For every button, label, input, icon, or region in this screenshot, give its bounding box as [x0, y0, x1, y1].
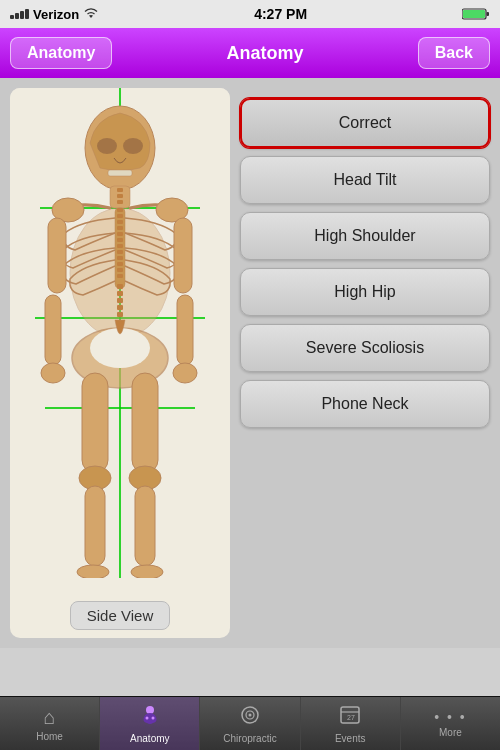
svg-rect-35: [117, 305, 123, 310]
svg-rect-27: [117, 262, 123, 266]
svg-rect-21: [117, 226, 123, 230]
posture-btn-high-hip[interactable]: High Hip: [240, 268, 490, 316]
signal-bar-4: [25, 9, 29, 19]
svg-point-54: [145, 716, 148, 719]
svg-rect-24: [117, 244, 123, 248]
svg-rect-2: [486, 12, 489, 16]
tab-chiropractic[interactable]: Chiropractic: [200, 697, 300, 750]
svg-point-53: [146, 706, 154, 714]
svg-rect-1: [463, 10, 485, 18]
header-title: Anatomy: [227, 43, 304, 64]
svg-rect-13: [117, 188, 123, 192]
signal-bar-2: [15, 13, 19, 19]
svg-rect-40: [45, 295, 61, 365]
buttons-panel: CorrectHead TiltHigh ShoulderHigh HipSev…: [240, 88, 490, 638]
signal-bar-3: [20, 11, 24, 19]
svg-rect-45: [82, 373, 108, 473]
more-icon: • • •: [434, 709, 466, 725]
skeleton-container: [10, 88, 230, 595]
anatomy-button[interactable]: Anatomy: [10, 37, 112, 69]
side-view-label[interactable]: Side View: [70, 601, 170, 630]
signal-bars: [10, 9, 29, 19]
wifi-icon: [83, 8, 99, 20]
svg-point-10: [123, 138, 143, 154]
status-time: 4:27 PM: [254, 6, 307, 22]
svg-rect-20: [117, 220, 123, 224]
battery-icon: [462, 7, 490, 21]
tab-bar: ⌂HomeAnatomyChiropractic27Events• • •Mor…: [0, 696, 500, 750]
more-label: More: [439, 727, 462, 738]
signal-bar-1: [10, 15, 14, 19]
svg-rect-43: [177, 295, 193, 365]
svg-rect-29: [117, 274, 123, 278]
posture-btn-correct[interactable]: Correct: [240, 98, 490, 148]
chiropractic-icon: [239, 704, 261, 731]
home-label: Home: [36, 731, 63, 742]
tab-more[interactable]: • • •More: [401, 697, 500, 750]
posture-btn-phone-neck[interactable]: Phone Neck: [240, 380, 490, 428]
skeleton-panel: Side View: [10, 88, 230, 638]
tab-home[interactable]: ⌂Home: [0, 697, 100, 750]
main-content: Side View CorrectHead TiltHigh ShoulderH…: [0, 78, 500, 648]
svg-rect-39: [48, 218, 66, 293]
status-right: [462, 7, 490, 21]
svg-rect-14: [117, 194, 123, 198]
svg-rect-36: [117, 312, 123, 317]
svg-rect-26: [117, 256, 123, 260]
svg-rect-34: [117, 298, 123, 303]
home-icon: ⌂: [44, 706, 56, 729]
svg-point-55: [151, 716, 154, 719]
svg-point-58: [249, 713, 252, 716]
back-button[interactable]: Back: [418, 37, 490, 69]
status-bar: Verizon 4:27 PM: [0, 0, 500, 28]
svg-rect-46: [132, 373, 158, 473]
svg-point-51: [77, 565, 109, 578]
posture-btn-severe-scoliosis[interactable]: Severe Scoliosis: [240, 324, 490, 372]
svg-point-44: [173, 363, 197, 383]
svg-rect-23: [117, 238, 123, 242]
chiropractic-label: Chiropractic: [223, 733, 276, 744]
svg-rect-15: [117, 200, 123, 204]
svg-rect-11: [108, 170, 132, 176]
posture-btn-head-tilt[interactable]: Head Tilt: [240, 156, 490, 204]
status-left: Verizon: [10, 7, 99, 22]
events-icon: 27: [339, 704, 361, 731]
anatomy-icon: [139, 704, 161, 731]
svg-rect-42: [174, 218, 192, 293]
svg-text:27: 27: [347, 714, 355, 721]
svg-rect-18: [117, 208, 123, 212]
svg-rect-19: [117, 214, 123, 218]
svg-rect-50: [135, 486, 155, 566]
svg-rect-28: [117, 268, 123, 272]
svg-rect-25: [117, 250, 123, 254]
svg-point-9: [97, 138, 117, 154]
svg-rect-33: [117, 291, 123, 296]
svg-rect-22: [117, 232, 123, 236]
skeleton-svg: [10, 88, 230, 578]
tab-events[interactable]: 27Events: [301, 697, 401, 750]
svg-point-52: [131, 565, 163, 578]
app-header: Anatomy Anatomy Back: [0, 28, 500, 78]
carrier-label: Verizon: [33, 7, 79, 22]
svg-rect-49: [85, 486, 105, 566]
svg-rect-32: [117, 284, 123, 289]
anatomy-label: Anatomy: [130, 733, 169, 744]
posture-btn-high-shoulder[interactable]: High Shoulder: [240, 212, 490, 260]
tab-anatomy[interactable]: Anatomy: [100, 697, 200, 750]
svg-point-41: [41, 363, 65, 383]
events-label: Events: [335, 733, 366, 744]
